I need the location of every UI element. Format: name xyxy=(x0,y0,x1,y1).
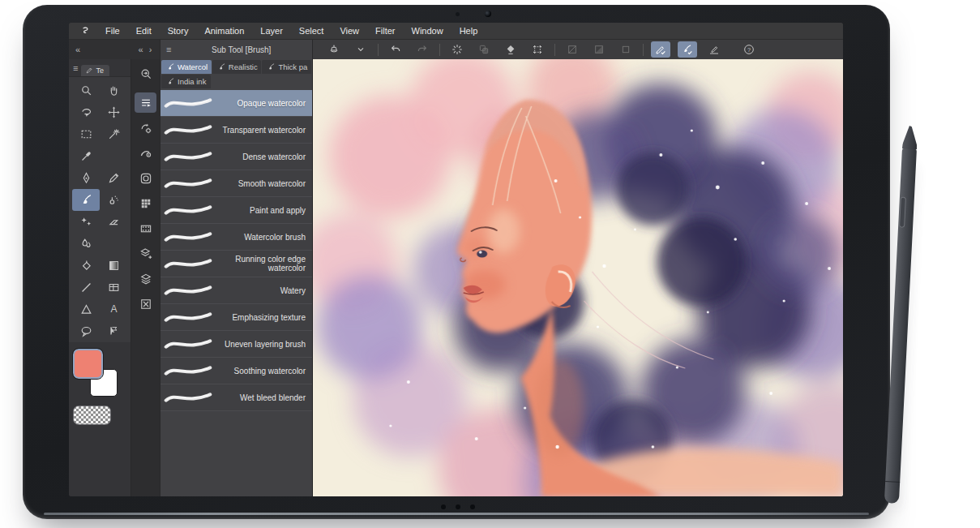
brush-list-item[interactable]: Running color edge watercolor xyxy=(160,251,312,277)
brush-list-item[interactable]: Uneven layering brush xyxy=(160,331,312,358)
frame-border-tool[interactable] xyxy=(100,277,127,298)
subtool-menu-button[interactable]: ≡ xyxy=(166,45,171,54)
brush-stroke-preview xyxy=(163,363,213,379)
snap-grid-button[interactable] xyxy=(616,41,636,58)
correct-line-button[interactable] xyxy=(651,41,670,58)
pencil-tool[interactable] xyxy=(100,167,127,189)
timeline-button[interactable] xyxy=(135,218,156,238)
save-button[interactable] xyxy=(324,41,344,58)
move-tool[interactable] xyxy=(100,101,127,123)
penline-icon xyxy=(708,43,721,56)
shape-select-button[interactable] xyxy=(474,41,494,58)
gradient-tool[interactable] xyxy=(100,255,127,277)
brush-list-item[interactable]: Smooth watercolor xyxy=(160,170,312,197)
brush-list-item[interactable]: Soothing watercolor xyxy=(160,358,312,384)
menu-item[interactable]: Animation xyxy=(196,23,252,39)
undo-button[interactable] xyxy=(386,41,405,58)
layer-panel-button[interactable] xyxy=(135,268,156,289)
balloon-tool[interactable] xyxy=(72,320,100,342)
subtool-tab-label: Thick pa xyxy=(278,62,307,71)
vector-brush-button[interactable] xyxy=(678,41,697,58)
brush-list-item[interactable]: Paint and apply xyxy=(160,197,312,224)
subtool-tab[interactable]: Thick pa xyxy=(262,60,311,74)
menu-item[interactable]: Filter xyxy=(367,23,403,39)
decoration-tool[interactable] xyxy=(72,211,100,233)
object-tool[interactable] xyxy=(100,320,127,342)
nav-icon xyxy=(139,67,153,81)
brush-list-item[interactable]: Watery xyxy=(160,277,312,304)
menu-item[interactable]: Layer xyxy=(252,23,291,39)
line-tool[interactable] xyxy=(72,277,100,298)
snap-special-ruler-button[interactable] xyxy=(589,41,609,58)
subtool-tab[interactable]: India ink xyxy=(161,75,211,88)
stabilization-button[interactable] xyxy=(704,41,724,58)
canvas-overview-button[interactable] xyxy=(135,294,156,314)
brush-name: Watercolor brush xyxy=(213,233,306,242)
pen-tab-icon xyxy=(85,67,93,75)
brush-list-item[interactable]: Transparent watercolor xyxy=(160,117,312,144)
fill-tool[interactable] xyxy=(72,255,100,277)
help-button[interactable] xyxy=(739,41,759,58)
menu-item[interactable]: Select xyxy=(291,23,332,39)
rotate-tool[interactable] xyxy=(72,101,100,123)
app-logo-icon[interactable] xyxy=(79,25,91,37)
crop-frame-button[interactable] xyxy=(528,41,547,58)
selection-tool[interactable] xyxy=(72,123,100,145)
save-options-button[interactable] xyxy=(351,41,370,58)
brush-stroke-preview xyxy=(163,282,213,298)
shapesel-icon xyxy=(477,43,490,56)
navigator-button[interactable] xyxy=(135,63,156,84)
eyedropper-tool[interactable] xyxy=(72,145,100,167)
brush-name: Dense watercolor xyxy=(213,152,306,161)
pen-tool[interactable] xyxy=(72,167,100,189)
brush-list-item[interactable]: Wet bleed blender xyxy=(160,384,312,411)
brush-list-item[interactable]: Opaque watercolor xyxy=(160,90,312,117)
menu-item[interactable]: Story xyxy=(160,23,197,39)
balloon-icon xyxy=(79,324,93,338)
subtool-tab-label: India ink xyxy=(178,77,206,86)
eraser-tool[interactable] xyxy=(100,211,127,233)
brush-list-item[interactable]: Dense watercolor xyxy=(160,144,312,170)
canvas[interactable] xyxy=(312,59,843,496)
collapse-commandbar-button[interactable]: « xyxy=(139,45,143,54)
menu-item[interactable]: View xyxy=(332,23,367,39)
subtool-tab[interactable]: Realistic xyxy=(212,60,262,74)
layer-property-button[interactable] xyxy=(135,243,156,264)
transparent-color-swatch[interactable] xyxy=(73,406,111,425)
redo-button[interactable] xyxy=(413,41,432,58)
correction-settings-button[interactable] xyxy=(135,143,156,163)
auto-select-tool[interactable] xyxy=(100,123,127,145)
menu-item[interactable]: Help xyxy=(451,23,486,39)
brush-stroke-preview xyxy=(163,175,213,191)
menu-item[interactable]: Edit xyxy=(128,23,160,39)
light-sensor-dot xyxy=(456,12,460,16)
tool-palette-tab[interactable]: Te xyxy=(81,65,109,76)
airbrush-tool[interactable] xyxy=(100,189,127,211)
hand-tool[interactable] xyxy=(100,79,127,101)
brush-tab-icon xyxy=(267,62,276,71)
menu-item[interactable]: File xyxy=(97,23,128,39)
menu-item[interactable]: Window xyxy=(404,23,451,39)
primary-color-swatch[interactable] xyxy=(73,349,103,379)
text-tool[interactable] xyxy=(100,298,127,320)
expand-panel-button[interactable]: › xyxy=(149,45,152,54)
quick-access-button[interactable] xyxy=(135,92,156,113)
zoom-tool[interactable] xyxy=(72,79,100,101)
material-button[interactable] xyxy=(135,168,156,188)
pencheck-icon xyxy=(654,43,667,56)
brush-list-item[interactable]: Emphasizing texture xyxy=(160,304,312,331)
palette-menu-button[interactable]: ≡ xyxy=(73,64,78,73)
figure-tool[interactable] xyxy=(72,298,100,320)
brush-tool[interactable] xyxy=(72,189,100,211)
collapse-palette-button[interactable]: « xyxy=(75,45,80,54)
color-set-button[interactable] xyxy=(135,193,156,213)
snap-off-button[interactable] xyxy=(563,41,582,58)
brush-name: Uneven layering brush xyxy=(213,340,306,349)
auto-action-button[interactable] xyxy=(135,118,156,138)
reset-display-button[interactable] xyxy=(447,41,467,58)
blend-tool[interactable] xyxy=(72,233,100,255)
fill-button[interactable] xyxy=(501,41,520,58)
brush-list-item[interactable]: Watercolor brush xyxy=(160,224,312,251)
subtool-tab[interactable]: Watercol xyxy=(161,60,212,74)
command-bar xyxy=(131,59,160,496)
